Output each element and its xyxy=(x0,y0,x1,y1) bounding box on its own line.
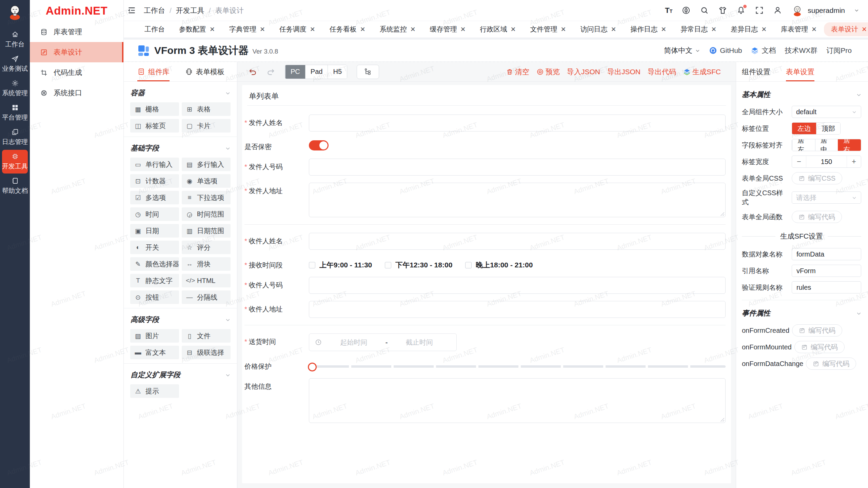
import-json-button[interactable]: 导入JSON xyxy=(567,67,600,77)
notifications-bell-icon[interactable] xyxy=(736,6,746,15)
tab-form-templates[interactable]: 表单模板 xyxy=(185,62,224,81)
sender-name-input[interactable] xyxy=(309,115,726,131)
collapse-menu-icon[interactable] xyxy=(127,6,136,15)
checkbox-box[interactable] xyxy=(465,262,472,268)
user-icon[interactable] xyxy=(773,6,782,15)
wx-group-link[interactable]: 技术WX群 xyxy=(785,46,817,55)
other-info-textarea[interactable] xyxy=(309,378,726,423)
primary-nav-item[interactable]: 日志管理 xyxy=(2,125,28,149)
form-field-price-protection[interactable]: 价格保护 xyxy=(244,358,726,371)
slider-handle[interactable] xyxy=(308,363,317,371)
segment-option[interactable]: 居中 xyxy=(815,139,838,151)
segment-option[interactable]: 居右 xyxy=(838,139,861,151)
widget-item[interactable]: ◉ 单选项 xyxy=(182,174,231,188)
checkbox-option[interactable]: 下午12:30 - 18:00 xyxy=(385,260,452,270)
form-canvas[interactable]: 单列表单 *发件人姓名 是否保密 xyxy=(242,85,731,483)
widget-item[interactable]: ▬ 富文本 xyxy=(130,346,179,359)
checkbox-option[interactable]: 上午9:00 - 11:30 xyxy=(309,260,372,270)
edit-event-code-button[interactable]: 编写代码 xyxy=(794,341,845,353)
device-toggle[interactable]: Pad xyxy=(305,65,328,79)
tab-close-icon[interactable]: ✕ xyxy=(661,26,666,33)
widget-item[interactable]: ▥ 日期范围 xyxy=(182,224,231,238)
widget-item[interactable]: T 静态文字 xyxy=(130,274,179,287)
sender-phone-input[interactable] xyxy=(309,159,726,176)
delivery-time-range-picker[interactable]: 起始时间 - 截止时间 xyxy=(309,333,457,351)
segment-option[interactable]: 顶部 xyxy=(816,123,840,134)
form-field-sender-name[interactable]: *发件人姓名 xyxy=(244,115,726,131)
user-menu-chevron-down-icon[interactable] xyxy=(854,8,859,13)
widget-item[interactable]: ▤ 多行输入 xyxy=(182,158,231,171)
checkbox-box[interactable] xyxy=(385,262,391,268)
sfc-setting-input[interactable]: rules xyxy=(792,281,861,293)
edit-event-code-button[interactable]: 编写代码 xyxy=(792,324,842,337)
github-link[interactable]: GitHub xyxy=(709,46,742,55)
tab-close-icon[interactable]: ✕ xyxy=(210,26,215,33)
sidebar-menu-item[interactable]: 表单设计 xyxy=(30,42,123,62)
tab-close-icon[interactable]: ✕ xyxy=(460,26,466,33)
page-tab[interactable]: 异常日志 ✕ xyxy=(673,22,724,36)
form-field-is-secret[interactable]: 是否保密 xyxy=(244,139,726,151)
tab-close-icon[interactable]: ✕ xyxy=(711,26,716,33)
widget-item[interactable]: </> HTML xyxy=(182,274,231,287)
widget-item[interactable]: ◷ 时间 xyxy=(130,207,179,221)
widget-item[interactable]: ☆ 评分 xyxy=(182,241,231,254)
receiver-address-input[interactable] xyxy=(309,301,726,318)
chevron-down-icon[interactable] xyxy=(856,92,861,97)
tab-close-icon[interactable]: ✕ xyxy=(310,26,315,33)
price-protection-slider[interactable] xyxy=(309,358,726,368)
tab-close-icon[interactable]: ✕ xyxy=(410,26,416,33)
page-tab[interactable]: 表单设计 ✕ xyxy=(824,22,868,36)
tab-close-icon[interactable]: ✕ xyxy=(560,26,566,33)
widget-item[interactable]: ⚠ 提示 xyxy=(130,384,179,398)
stepper-increase-button[interactable]: + xyxy=(847,156,861,167)
device-toggle[interactable]: H5 xyxy=(328,65,347,79)
sender-address-textarea[interactable] xyxy=(309,183,726,217)
global-size-select[interactable]: default xyxy=(792,106,861,118)
chevron-down-icon[interactable] xyxy=(225,317,230,322)
page-tab[interactable]: 字典管理 ✕ xyxy=(222,22,272,36)
label-width-value[interactable]: 150 xyxy=(806,156,847,167)
tab-close-icon[interactable]: ✕ xyxy=(811,26,817,33)
stepper-decrease-button[interactable]: − xyxy=(792,156,806,167)
page-tab[interactable]: 文件管理 ✕ xyxy=(523,22,573,36)
device-toggle[interactable]: PC xyxy=(285,65,305,79)
widget-item[interactable]: ◫ 标签页 xyxy=(130,119,179,133)
page-tab[interactable]: 行政区域 ✕ xyxy=(473,22,523,36)
widget-item[interactable]: ▣ 日期 xyxy=(130,224,179,238)
segment-option[interactable]: 居左 xyxy=(792,139,815,151)
primary-nav-item[interactable]: 工作台 xyxy=(2,28,28,52)
form-field-receiver-name[interactable]: *收件人姓名 xyxy=(244,233,726,250)
primary-nav-item[interactable]: 帮助文档 xyxy=(2,174,28,198)
tab-close-icon[interactable]: ✕ xyxy=(511,26,516,33)
primary-nav-item[interactable]: 平台管理 xyxy=(2,101,28,125)
widget-item[interactable]: ▢ 卡片 xyxy=(182,119,231,133)
secret-toggle-switch[interactable] xyxy=(309,140,329,150)
custom-css-select[interactable]: 请选择 xyxy=(792,191,861,204)
primary-nav-item[interactable]: 业务测试 xyxy=(2,52,28,76)
widget-item[interactable]: ☑ 多选项 xyxy=(130,191,179,204)
tab-close-icon[interactable]: ✕ xyxy=(862,26,867,33)
widget-item[interactable]: ▭ 单行输入 xyxy=(130,158,179,171)
clear-button[interactable]: 清空 xyxy=(506,67,529,77)
page-tab[interactable]: 系统监控 ✕ xyxy=(373,22,423,36)
tab-close-icon[interactable]: ✕ xyxy=(260,26,265,33)
language-icon[interactable] xyxy=(682,6,691,15)
page-tab[interactable]: 任务看板 ✕ xyxy=(322,22,373,36)
widget-item[interactable]: ⊙ 按钮 xyxy=(130,290,179,304)
search-icon[interactable] xyxy=(700,6,709,15)
page-tab[interactable]: 任务调度 ✕ xyxy=(272,22,322,36)
widget-item[interactable]: ↔ 滑块 xyxy=(182,257,231,271)
slider-track[interactable] xyxy=(309,365,726,368)
widget-item[interactable]: ▯ 文件 xyxy=(182,329,231,343)
subscribe-pro-link[interactable]: 订阅Pro xyxy=(826,46,852,55)
edit-global-func-button[interactable]: 编写代码 xyxy=(792,211,842,223)
settings-tab[interactable]: 组件设置 xyxy=(742,62,770,81)
export-code-button[interactable]: 导出代码 xyxy=(648,67,676,77)
chevron-down-icon[interactable] xyxy=(225,372,230,378)
page-tab[interactable]: 库表管理 ✕ xyxy=(774,22,824,36)
redo-icon[interactable] xyxy=(267,67,275,76)
widget-item[interactable]: ◐ 开关 xyxy=(130,241,179,254)
docs-link[interactable]: 文档 xyxy=(751,46,776,55)
receiver-name-input[interactable] xyxy=(309,233,726,250)
widget-item[interactable]: ▨ 图片 xyxy=(130,329,179,343)
